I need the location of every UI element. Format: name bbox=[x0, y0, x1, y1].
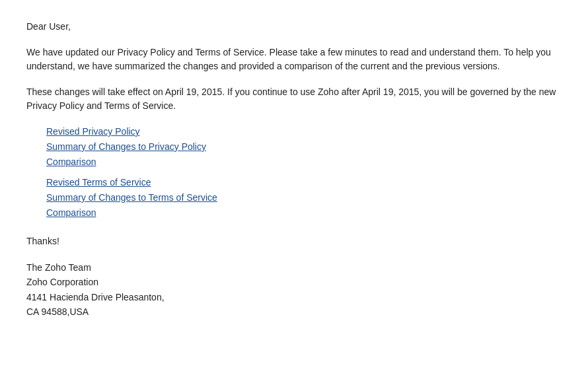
signature-line3: 4141 Hacienda Drive Pleasanton, bbox=[26, 290, 562, 304]
intro-paragraph: We have updated our Privacy Policy and T… bbox=[26, 46, 562, 73]
signature-line2: Zoho Corporation bbox=[26, 275, 562, 289]
links-section: Revised Privacy Policy Summary of Change… bbox=[26, 125, 562, 220]
signature-line1: The Zoho Team bbox=[26, 260, 562, 275]
greeting-text: Dear User, bbox=[26, 21, 71, 32]
privacy-link-group: Revised Privacy Policy Summary of Change… bbox=[46, 125, 562, 169]
revised-privacy-policy-link[interactable]: Revised Privacy Policy bbox=[46, 125, 562, 139]
email-body: Dear User, We have updated our Privacy P… bbox=[26, 20, 562, 320]
summary-tos-link[interactable]: Summary of Changes to Terms of Service bbox=[46, 191, 562, 205]
intro-text: We have updated our Privacy Policy and T… bbox=[26, 47, 551, 71]
signature-block: The Zoho Team Zoho Corporation 4141 Haci… bbox=[26, 260, 562, 320]
greeting-paragraph: Dear User, bbox=[26, 20, 562, 34]
effect-date-paragraph: These changes will take effect on April … bbox=[26, 85, 562, 113]
privacy-comparison-link[interactable]: Comparison bbox=[46, 155, 562, 169]
effect-date-text: These changes will take effect on April … bbox=[26, 87, 556, 111]
revised-tos-link[interactable]: Revised Terms of Service bbox=[46, 176, 562, 190]
tos-link-group: Revised Terms of Service Summary of Chan… bbox=[46, 176, 562, 220]
thanks-text: Thanks! bbox=[26, 236, 59, 246]
tos-comparison-link[interactable]: Comparison bbox=[46, 206, 562, 220]
summary-privacy-policy-link[interactable]: Summary of Changes to Privacy Policy bbox=[46, 140, 562, 154]
signature-line4: CA 94588,USA bbox=[26, 304, 562, 319]
thanks-paragraph: Thanks! bbox=[26, 234, 562, 248]
